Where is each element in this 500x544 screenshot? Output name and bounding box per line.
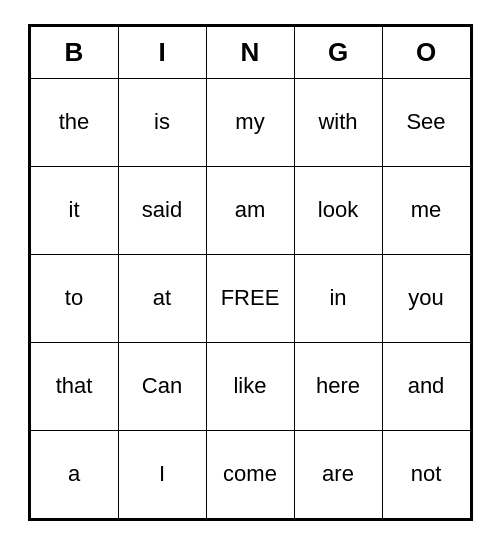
cell-r1-b: the: [30, 78, 118, 166]
cell-r4-b: that: [30, 342, 118, 430]
cell-r4-g: here: [294, 342, 382, 430]
header-b: B: [30, 26, 118, 78]
cell-r2-b: it: [30, 166, 118, 254]
cell-r5-g: are: [294, 430, 382, 518]
cell-r4-n: like: [206, 342, 294, 430]
cell-r4-o: and: [382, 342, 470, 430]
table-row: to at FREE in you: [30, 254, 470, 342]
cell-r5-i: I: [118, 430, 206, 518]
cell-r2-n: am: [206, 166, 294, 254]
cell-r1-i: is: [118, 78, 206, 166]
cell-r3-b: to: [30, 254, 118, 342]
header-o: O: [382, 26, 470, 78]
header-g: G: [294, 26, 382, 78]
cell-r1-g: with: [294, 78, 382, 166]
cell-r3-o: you: [382, 254, 470, 342]
table-row: the is my with See: [30, 78, 470, 166]
cell-r2-i: said: [118, 166, 206, 254]
table-row: that Can like here and: [30, 342, 470, 430]
bingo-card: B I N G O the is my with See it said am …: [28, 24, 473, 521]
cell-r3-i: at: [118, 254, 206, 342]
cell-r3-n free-space: FREE: [206, 254, 294, 342]
cell-r5-b: a: [30, 430, 118, 518]
table-row: a I come are not: [30, 430, 470, 518]
cell-r3-g: in: [294, 254, 382, 342]
table-row: it said am look me: [30, 166, 470, 254]
cell-r2-o: me: [382, 166, 470, 254]
cell-r2-g: look: [294, 166, 382, 254]
cell-r5-o: not: [382, 430, 470, 518]
cell-r5-n: come: [206, 430, 294, 518]
header-n: N: [206, 26, 294, 78]
header-row: B I N G O: [30, 26, 470, 78]
bingo-table: B I N G O the is my with See it said am …: [30, 26, 471, 519]
cell-r1-o: See: [382, 78, 470, 166]
cell-r4-i: Can: [118, 342, 206, 430]
cell-r1-n: my: [206, 78, 294, 166]
header-i: I: [118, 26, 206, 78]
